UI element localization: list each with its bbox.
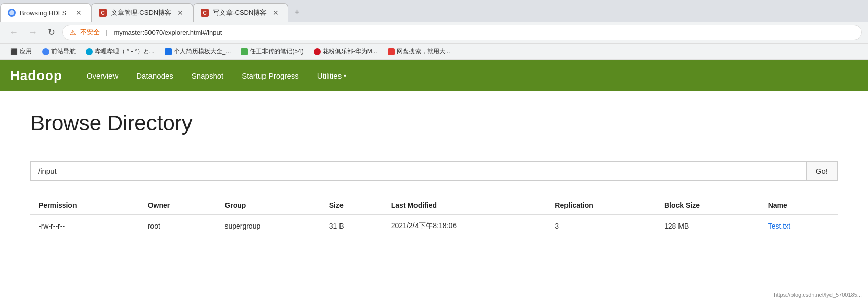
- bookmark-nav[interactable]: 前站导航: [38, 46, 80, 57]
- bookmark-personal-label: 个人简历模板大全_...: [174, 47, 231, 56]
- nav-utilities[interactable]: Utilities ▾: [308, 66, 355, 85]
- address-bar-row: ← → ↻ ⚠ 不安全 | mymaster:50070/explorer.ht…: [0, 22, 868, 44]
- cell-permission: -rw-r--r--: [30, 215, 140, 237]
- page-title: Browse Directory: [30, 111, 838, 135]
- file-link-test[interactable]: Test.txt: [768, 222, 790, 230]
- go-button[interactable]: Go!: [806, 161, 838, 181]
- bookmark-bilibili[interactable]: 哔哩哔哩（ ° - °）と...: [82, 46, 159, 57]
- tab-csdn-write-close[interactable]: ✕: [271, 8, 281, 18]
- bookmark-notes[interactable]: 任正非传的笔记(54): [237, 46, 307, 57]
- forward-button[interactable]: →: [25, 25, 41, 40]
- tab-csdn-write[interactable]: C 写文章-CSDN博客 ✕: [193, 3, 288, 22]
- main-content: Browse Directory Go! Permission Owner Gr…: [0, 91, 868, 293]
- huawei-icon: [314, 48, 321, 55]
- nav-overview[interactable]: Overview: [78, 66, 128, 85]
- nav-icon: [42, 48, 49, 55]
- address-divider: |: [106, 29, 107, 36]
- bookmark-personal[interactable]: 个人简历模板大全_...: [161, 46, 235, 57]
- address-bar[interactable]: ⚠ 不安全 | mymaster:50070/explorer.html#/in…: [62, 25, 862, 40]
- bookmark-bilibili-label: 哔哩哔哩（ ° - °）と...: [95, 47, 155, 56]
- security-warning-icon: ⚠: [70, 29, 76, 36]
- table-header-row: Permission Owner Group Size Last Modifie…: [30, 196, 838, 215]
- new-tab-button[interactable]: +: [288, 3, 306, 22]
- file-table: Permission Owner Group Size Last Modifie…: [30, 196, 838, 237]
- svg-point-0: [9, 10, 14, 15]
- cell-block-size: 128 MB: [656, 215, 760, 237]
- utilities-label: Utilities: [317, 71, 342, 80]
- disk-icon: [388, 48, 395, 55]
- tab-browsing-hdfs-label: Browsing HDFS: [20, 9, 69, 17]
- hadoop-logo: Hadoop: [10, 68, 62, 84]
- tab-csdn-manage[interactable]: C 文章管理-CSDN博客 ✕: [91, 3, 193, 22]
- bookmark-disk-label: 网盘搜索，就用大...: [397, 47, 450, 56]
- bookmark-nav-label: 前站导航: [51, 47, 76, 56]
- bookmark-huawei[interactable]: 花粉俱乐部-华为M...: [310, 46, 382, 57]
- hadoop-navbar: Hadoop Overview Datanodes Snapshot Start…: [0, 60, 868, 91]
- security-label: 不安全: [80, 28, 100, 37]
- csdn-write-favicon: C: [201, 9, 209, 17]
- browser-chrome: Browsing HDFS ✕ C 文章管理-CSDN博客 ✕ C 写文章-CS…: [0, 0, 868, 60]
- nav-datanodes[interactable]: Datanodes: [127, 66, 182, 85]
- tab-browsing-hdfs[interactable]: Browsing HDFS ✕: [0, 3, 91, 22]
- col-owner: Owner: [140, 196, 217, 215]
- bookmark-apps-label: 应用: [20, 47, 32, 56]
- bookmarks-bar: ⬛ 应用 前站导航 哔哩哔哩（ ° - °）と... 个人简历模板大全_... …: [0, 44, 868, 60]
- nav-snapshot[interactable]: Snapshot: [182, 66, 233, 85]
- notes-icon: [241, 48, 248, 55]
- apps-grid-icon: ⬛: [10, 48, 18, 55]
- tab-bar: Browsing HDFS ✕ C 文章管理-CSDN博客 ✕ C 写文章-CS…: [0, 0, 868, 22]
- status-bar: https://blog.csdn.net/lyd_5700185...: [768, 290, 868, 293]
- cell-replication: 3: [547, 215, 656, 237]
- col-permission: Permission: [30, 196, 140, 215]
- col-size: Size: [321, 196, 383, 215]
- status-url: https://blog.csdn.net/lyd_5700185...: [774, 292, 862, 293]
- utilities-dropdown-arrow: ▾: [344, 73, 346, 79]
- address-url: mymaster:50070/explorer.html#/input: [114, 29, 222, 36]
- bookmark-apps[interactable]: ⬛ 应用: [6, 46, 36, 57]
- table-row: -rw-r--r-- root supergroup 31 B 2021/2/4…: [30, 215, 838, 237]
- bookmark-notes-label: 任正非传的笔记(54): [250, 47, 303, 56]
- cell-last-modified: 2021/2/4下午8:18:06: [383, 215, 547, 237]
- cell-group: supergroup: [216, 215, 321, 237]
- tab-browsing-hdfs-close[interactable]: ✕: [73, 8, 84, 18]
- tab-csdn-write-label: 写文章-CSDN博客: [213, 8, 267, 17]
- path-divider: [30, 151, 838, 151]
- bookmark-huawei-label: 花粉俱乐部-华为M...: [323, 47, 378, 56]
- col-group: Group: [216, 196, 321, 215]
- table-header: Permission Owner Group Size Last Modifie…: [30, 196, 838, 215]
- refresh-button[interactable]: ↻: [45, 25, 58, 40]
- path-input[interactable]: [30, 161, 806, 181]
- cell-size: 31 B: [321, 215, 383, 237]
- col-block-size: Block Size: [656, 196, 760, 215]
- back-button[interactable]: ←: [6, 25, 21, 40]
- cell-name[interactable]: Test.txt: [760, 215, 838, 237]
- path-bar: Go!: [30, 161, 838, 181]
- col-name: Name: [760, 196, 838, 215]
- hdfs-favicon: [8, 9, 16, 17]
- col-replication: Replication: [547, 196, 656, 215]
- tab-csdn-manage-close[interactable]: ✕: [175, 8, 185, 18]
- cell-owner: root: [140, 215, 217, 237]
- personal-icon: [165, 48, 172, 55]
- tab-csdn-manage-label: 文章管理-CSDN博客: [111, 8, 171, 17]
- bookmark-disk[interactable]: 网盘搜索，就用大...: [384, 46, 455, 57]
- nav-startup-progress[interactable]: Startup Progress: [233, 66, 308, 85]
- table-body: -rw-r--r-- root supergroup 31 B 2021/2/4…: [30, 215, 838, 237]
- csdn-manage-favicon: C: [99, 9, 107, 17]
- bilibili-icon: [86, 48, 93, 55]
- col-last-modified: Last Modified: [383, 196, 547, 215]
